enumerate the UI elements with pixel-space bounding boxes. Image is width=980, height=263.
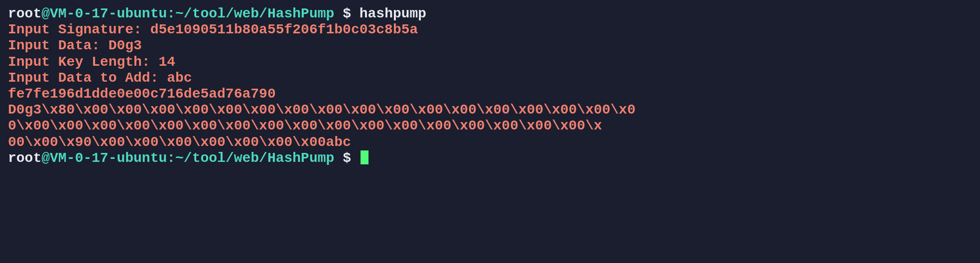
- prompt-symbol2: $: [334, 150, 359, 166]
- terminal: root@VM-0-17-ubuntu:~/tool/web/HashPump …: [8, 6, 972, 166]
- command: hashpump: [360, 6, 426, 22]
- line5: Input Data to Add: abc: [8, 70, 972, 86]
- input-data-to-add: Input Data to Add: abc: [8, 70, 192, 86]
- line6: fe7fe196d1dde0e00c716de5ad76a790: [8, 86, 972, 102]
- host-path2: @VM-0-17-ubuntu:~/tool/web/HashPump: [41, 150, 334, 166]
- input-data: Input Data: D0g3: [8, 38, 142, 54]
- host-path: @VM-0-17-ubuntu:~/tool/web/HashPump: [41, 6, 334, 22]
- output-hash: fe7fe196d1dde0e00c716de5ad76a790: [8, 86, 276, 102]
- line10: root@VM-0-17-ubuntu:~/tool/web/HashPump …: [8, 150, 972, 166]
- prompt-symbol: $: [334, 6, 359, 22]
- line4: Input Key Length: 14: [8, 54, 972, 70]
- output-data-line2: 0\x00\x00\x00\x00\x00\x00\x00\x00\x00\x0…: [8, 118, 602, 134]
- input-signature: Input Signature: d5e1090511b80a55f206f1b…: [8, 22, 418, 38]
- line3: Input Data: D0g3: [8, 38, 972, 54]
- line9: 00\x00\x90\x00\x00\x00\x00\x00\x00\x00ab…: [8, 134, 972, 150]
- terminal-cursor: [361, 150, 368, 164]
- line2: Input Signature: d5e1090511b80a55f206f1b…: [8, 22, 972, 38]
- output-data-line3: 00\x00\x90\x00\x00\x00\x00\x00\x00\x00ab…: [8, 134, 351, 150]
- input-key-length: Input Key Length: 14: [8, 54, 175, 70]
- user: root: [8, 6, 41, 22]
- line8: 0\x00\x00\x00\x00\x00\x00\x00\x00\x00\x0…: [8, 118, 972, 134]
- user2: root: [8, 150, 41, 166]
- output-data-line1: D0g3\x80\x00\x00\x00\x00\x00\x00\x00\x00…: [8, 102, 635, 118]
- line7: D0g3\x80\x00\x00\x00\x00\x00\x00\x00\x00…: [8, 102, 972, 118]
- line1: root@VM-0-17-ubuntu:~/tool/web/HashPump …: [8, 6, 972, 22]
